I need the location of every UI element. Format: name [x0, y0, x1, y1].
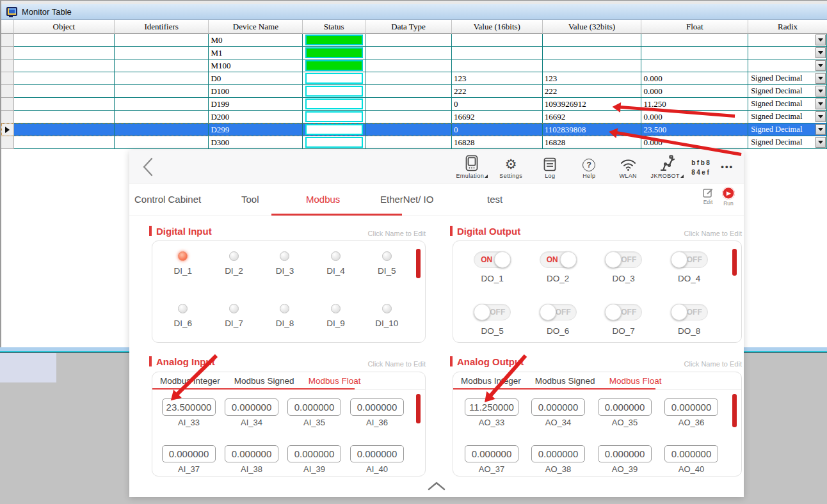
radix-dropdown-button[interactable]	[815, 86, 826, 97]
radix-dropdown-button[interactable]	[815, 98, 826, 109]
analog-value-field[interactable]: 0.000000	[465, 445, 518, 462]
channel-label[interactable]: AO_33	[479, 418, 504, 427]
value32-cell[interactable]	[543, 47, 642, 59]
channel-label[interactable]: AI_35	[303, 418, 325, 427]
status-indicator[interactable]	[305, 35, 363, 45]
toolbar-item-settings[interactable]: ⚙ Settings	[496, 154, 526, 179]
radix-cell[interactable]	[748, 59, 827, 72]
object-cell[interactable]	[14, 98, 115, 111]
tab-modbus[interactable]: Modbus	[306, 184, 340, 215]
device-name-cell[interactable]: M100	[209, 59, 303, 72]
value16-cell[interactable]	[452, 59, 543, 72]
identifiers-cell[interactable]	[115, 111, 209, 123]
toggle-switch-off[interactable]: OFF	[605, 304, 642, 320]
row-selector[interactable]	[1, 85, 14, 98]
channel-label[interactable]: AO_34	[545, 418, 571, 427]
device-name-cell[interactable]: D299	[209, 123, 303, 136]
radix-cell[interactable]: Signed Decimal	[748, 98, 827, 111]
value32-cell[interactable]: 222	[543, 85, 642, 98]
radix-dropdown-button[interactable]	[815, 60, 826, 71]
analog-value-field[interactable]: 0.000000	[531, 398, 585, 416]
analog-value-field[interactable]: 0.000000	[598, 398, 652, 416]
float-cell[interactable]	[641, 47, 748, 59]
channel-label[interactable]: DI_9	[326, 319, 345, 328]
status-indicator[interactable]	[305, 137, 363, 148]
status-indicator[interactable]	[305, 60, 363, 71]
channel-label[interactable]: DI_3	[276, 266, 294, 276]
row-selector[interactable]	[1, 123, 14, 136]
analog-value-field[interactable]: 23.500000	[162, 398, 216, 416]
status-indicator[interactable]	[305, 98, 363, 109]
channel-label[interactable]: DI_10	[375, 319, 398, 328]
channel-label[interactable]: DO_2	[547, 274, 569, 283]
data-type-cell[interactable]	[365, 72, 452, 85]
value16-cell[interactable]: 123	[452, 72, 543, 85]
radix-dropdown-button[interactable]	[815, 124, 826, 135]
channel-label[interactable]: DI_2	[225, 266, 243, 276]
value16-cell[interactable]	[452, 47, 543, 59]
analog-value-field[interactable]: 0.000000	[225, 398, 278, 416]
toggle-switch-off[interactable]: OFF	[474, 304, 511, 320]
radix-dropdown-button[interactable]	[815, 137, 826, 148]
analog-value-field[interactable]: 0.000000	[664, 445, 718, 462]
object-cell[interactable]	[14, 136, 115, 149]
value16-cell[interactable]: 16828	[452, 136, 543, 149]
channel-label[interactable]: DO_3	[613, 274, 635, 283]
row-selector[interactable]	[1, 47, 14, 59]
tab-modbus-float[interactable]: Modbus Float	[609, 376, 662, 386]
more-button[interactable]: •••	[721, 162, 734, 171]
row-selector[interactable]	[1, 136, 14, 149]
toolbar-item-log[interactable]: Log	[535, 154, 565, 179]
channel-label[interactable]: DO_8	[678, 326, 700, 336]
channel-label[interactable]: AO_35	[612, 418, 638, 427]
toggle-switch-off[interactable]: OFF	[671, 251, 708, 268]
toolbar-item-emulation[interactable]: Emulation	[457, 154, 486, 179]
tab-modbus-signed[interactable]: Modbus Signed	[234, 376, 294, 386]
channel-label[interactable]: AI_39	[303, 464, 325, 474]
radix-cell[interactable]	[748, 47, 827, 59]
radix-cell[interactable]: Signed Decimal	[748, 136, 827, 149]
radix-dropdown-button[interactable]	[815, 111, 826, 122]
radix-cell[interactable]: Signed Decimal	[748, 123, 827, 136]
channel-label[interactable]: AO_39	[612, 464, 638, 474]
identifiers-cell[interactable]	[115, 59, 209, 72]
identifiers-cell[interactable]	[115, 98, 209, 111]
channel-label[interactable]: DI_4	[326, 266, 345, 276]
toolbar-item-help[interactable]: ? Help	[574, 154, 604, 179]
channel-label[interactable]: DI_8	[276, 319, 294, 328]
device-name-cell[interactable]: D300	[209, 136, 303, 149]
radix-dropdown-button[interactable]	[815, 47, 826, 58]
value16-cell[interactable]: 0	[452, 98, 543, 111]
collapse-panel-button[interactable]	[417, 481, 456, 494]
float-cell[interactable]	[641, 34, 748, 47]
toolbar-item-wlan[interactable]: WLAN	[613, 154, 643, 179]
row-selector[interactable]	[1, 34, 14, 47]
analog-value-field[interactable]: 0.000000	[664, 398, 718, 416]
channel-label[interactable]: DO_7	[613, 326, 635, 336]
channel-label[interactable]: AI_34	[241, 418, 262, 427]
value16-cell[interactable]: 0	[452, 123, 543, 136]
channel-label[interactable]: DI_1	[174, 266, 193, 276]
tab-modbus-signed[interactable]: Modbus Signed	[535, 376, 595, 386]
toggle-switch-off[interactable]: OFF	[671, 304, 708, 320]
channel-label[interactable]: DI_7	[225, 319, 243, 328]
device-name-cell[interactable]: D200	[209, 111, 303, 123]
status-indicator[interactable]	[305, 86, 363, 97]
channel-label[interactable]: AI_36	[366, 418, 388, 427]
scrollbar[interactable]	[732, 394, 737, 427]
scrollbar[interactable]	[732, 249, 737, 276]
radix-dropdown-button[interactable]	[815, 73, 826, 84]
object-cell[interactable]	[14, 85, 115, 98]
device-name-cell[interactable]: D0	[209, 72, 303, 85]
channel-label[interactable]: AI_37	[178, 464, 200, 474]
value32-cell[interactable]	[543, 34, 642, 47]
float-cell[interactable]: 0.000	[641, 72, 748, 85]
radix-dropdown-button[interactable]	[815, 35, 826, 45]
scrollbar[interactable]	[416, 249, 421, 278]
analog-value-field[interactable]: 0.000000	[350, 398, 404, 416]
radix-cell[interactable]: Signed Decimal	[748, 85, 827, 98]
analog-value-field[interactable]: 0.000000	[287, 398, 341, 416]
tab-ethernet-io[interactable]: EtherNet/ IO	[380, 184, 433, 215]
analog-value-field[interactable]: 0.000000	[598, 445, 652, 462]
channel-label[interactable]: AO_37	[479, 464, 504, 474]
